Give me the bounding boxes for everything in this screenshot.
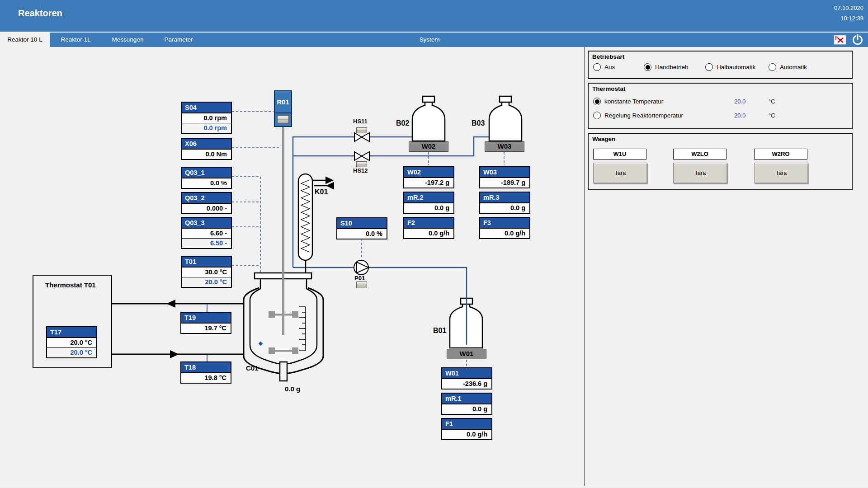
scale-platform-w02: W02 — [409, 141, 448, 152]
block-value: 0.0 % — [182, 178, 231, 188]
radio-label-aus: Aus — [604, 64, 615, 70]
stirrer-drive-label: R01 — [275, 91, 291, 113]
equipment-label-b01: B01 — [433, 327, 446, 335]
pipes — [293, 137, 489, 298]
bottom-divider — [0, 486, 868, 486]
block-value: 19.8 °C — [181, 373, 231, 383]
equipment-label-b03: B03 — [472, 119, 485, 127]
block-value: 0.0 g — [480, 203, 529, 213]
block-t17: T1720.0 °C20.0 °C — [46, 326, 97, 358]
scale-name-w1u: W1U — [593, 149, 646, 160]
block-value: 0.0 g — [404, 203, 453, 213]
block-header-w02: W02 — [404, 167, 453, 178]
block-q03-3: Q03_36.60 -6.50 - — [181, 217, 232, 249]
radio-label-handbetrieb: Handbetrieb — [655, 64, 689, 70]
alarm-log-icon[interactable] — [833, 34, 847, 46]
hs12-device-button[interactable] — [356, 161, 367, 167]
block-w03: W03-189.7 g — [479, 166, 530, 188]
mode-option-halbautomatik[interactable]: Halbautomatik — [705, 63, 755, 71]
bottle-b02 — [412, 96, 445, 141]
block-q03-1: Q03_10.0 % — [181, 167, 232, 189]
block-q03-2: Q03_20.000 - — [181, 192, 232, 214]
radio-label-regelung-reaktortemperatur: Regelung Reaktortemperatur — [604, 112, 683, 119]
block-header-s04: S04 — [182, 103, 231, 113]
block-header-w01: W01 — [442, 368, 491, 379]
tab-system[interactable]: System — [393, 33, 466, 47]
block-header-t18: T18 — [181, 362, 231, 373]
thermostat-option-regelung-reaktortemperatur[interactable]: Regelung Reaktortemperatur — [593, 112, 683, 119]
waagen-group: Waagen W1UTaraW2LOTaraW2ROTara — [588, 133, 853, 190]
equipment-label-b02: B02 — [396, 119, 409, 127]
p01-device-button[interactable] — [356, 282, 367, 288]
block-value: 30.0 °C — [182, 267, 231, 277]
thermostat-option-konstante-temperatur[interactable]: konstante Temperatur — [593, 98, 663, 105]
block-value: 0.0 g/h — [404, 229, 453, 238]
panel-divider — [584, 47, 585, 486]
block-header-f3: F3 — [480, 218, 529, 229]
tab-reaktor-10-l[interactable]: Reaktor 10 L — [0, 33, 50, 47]
radio-handbetrieb[interactable] — [644, 63, 651, 71]
betriebsart-group: Betriebsart AusHandbetriebHalbautomatikA… — [588, 51, 853, 79]
block-f2: F20.0 g/h — [403, 217, 454, 239]
thermostat-setpoint-unit-1: °C — [769, 98, 775, 105]
radio-automatik[interactable] — [769, 63, 776, 71]
pump-icon[interactable] — [354, 260, 368, 275]
radio-regelung-reaktortemperatur[interactable] — [593, 112, 601, 119]
thermostat-t01-title: Thermostat T01 — [45, 281, 96, 289]
datetime: 07.10.2020 10:12:39 — [834, 3, 863, 24]
tara-button-w1u[interactable]: Tara — [593, 163, 647, 183]
mode-option-handbetrieb[interactable]: Handbetrieb — [644, 63, 689, 71]
radio-label-halbautomatik: Halbautomatik — [717, 64, 755, 70]
block-x06: X060.0 Nm — [181, 138, 232, 160]
mode-option-aus[interactable]: Aus — [593, 63, 615, 71]
block-value: 0.0 rpm — [182, 113, 231, 123]
radio-konstante-temperatur[interactable] — [593, 98, 601, 105]
block-value: 0.0 Nm — [182, 150, 231, 159]
block-f1: F10.0 g/h — [441, 418, 492, 440]
block-header-mr-1: mR.1 — [442, 394, 491, 404]
tab-parameter[interactable]: Parameter — [154, 33, 203, 47]
tara-button-w2ro[interactable]: Tara — [754, 163, 808, 183]
block-header-x06: X06 — [182, 139, 231, 150]
thermostat-setpoint-value-1[interactable]: 20.0 — [734, 98, 745, 105]
block-value: 0.0 % — [337, 229, 387, 239]
valve-hs12-icon[interactable] — [354, 152, 369, 160]
block-value: 20.0 °C — [47, 347, 96, 357]
tab-reaktor-1l[interactable]: Reaktor 1L — [50, 33, 102, 47]
scale-name-w2lo: W2LO — [673, 149, 726, 160]
tab-messungen[interactable]: Messungen — [102, 33, 154, 47]
block-s04: S040.0 rpm0.0 rpm — [181, 102, 232, 134]
radio-label-konstante-temperatur: konstante Temperatur — [604, 98, 663, 105]
block-header-q03-3: Q03_3 — [182, 218, 231, 229]
block-w02: W02-197.2 g — [403, 166, 454, 188]
tara-button-w2lo[interactable]: Tara — [673, 163, 727, 183]
block-header-t19: T19 — [181, 313, 231, 324]
block-value: -197.2 g — [404, 178, 453, 188]
mode-option-automatik[interactable]: Automatik — [769, 63, 807, 71]
block-mr-1: mR.10.0 g — [441, 393, 492, 415]
equipment-label-c01: C01 — [246, 364, 259, 372]
vessel-weight-label: 0.0 g — [285, 385, 300, 393]
r01-device-button[interactable] — [277, 115, 289, 123]
block-header-s10: S10 — [337, 218, 387, 229]
equipment-label-hs11: HS11 — [353, 118, 368, 125]
thermostat-group: Thermostat konstante Temperatur20.0°CReg… — [588, 83, 853, 129]
page-title: Reaktoren — [18, 8, 62, 19]
radio-halbautomatik[interactable] — [705, 63, 713, 71]
block-value: 6.50 - — [182, 238, 231, 248]
valve-hs11-icon[interactable] — [354, 133, 369, 141]
thermostat-setpoint-unit-2: °C — [769, 112, 775, 119]
block-t19: T1919.7 °C — [180, 312, 231, 334]
block-header-mr-3: mR.3 — [480, 192, 529, 203]
block-header-w03: W03 — [480, 167, 529, 178]
hs11-device-button[interactable] — [356, 127, 367, 133]
scale-platform-w01: W01 — [447, 349, 486, 359]
thermostat-setpoint-value-2[interactable]: 20.0 — [734, 112, 745, 119]
block-header-f1: F1 — [442, 419, 491, 430]
power-icon[interactable] — [851, 34, 864, 46]
date-label: 07.10.2020 — [834, 3, 863, 14]
block-value: 0.0 g/h — [442, 430, 491, 439]
radio-aus[interactable] — [593, 63, 601, 71]
thermostat-title: Thermostat — [592, 85, 626, 92]
equipment-label-hs12: HS12 — [353, 167, 368, 174]
